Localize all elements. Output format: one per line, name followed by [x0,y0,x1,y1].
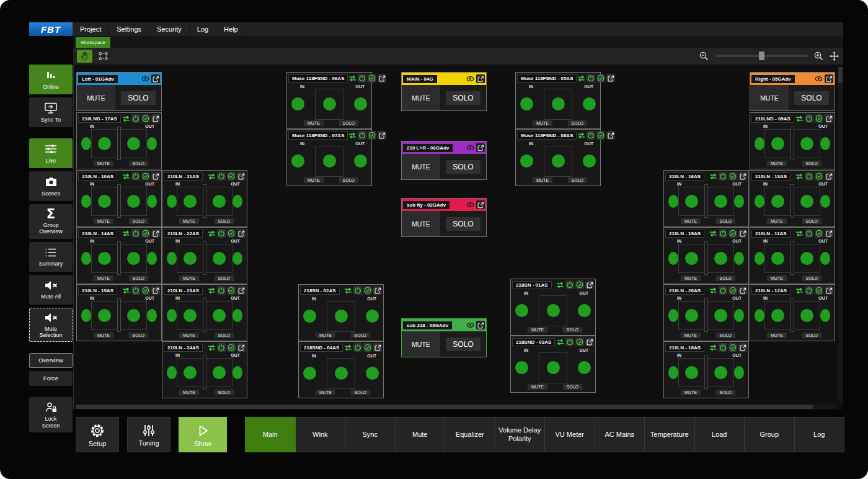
device-panel[interactable]: 210LN - 22AS IN OUT MUTE SOLO [162,227,247,284]
open-panel-icon[interactable] [585,280,594,289]
pan-move-icon[interactable] [829,51,839,61]
zoom-slider-thumb[interactable] [759,51,764,60]
device-panel[interactable]: 210LN - 20AS IN OUT MUTE SOLO [663,284,749,341]
status-ok-icon[interactable] [227,172,236,181]
mute-button[interactable]: MUTE [93,332,114,339]
mute-button[interactable]: MUTE [93,275,114,282]
open-panel-icon[interactable] [606,74,615,83]
sync-arrows-icon[interactable] [122,286,130,295]
mute-button[interactable]: MUTE [766,160,787,167]
open-panel-icon[interactable] [606,131,615,140]
sync-arrows-icon[interactable] [122,172,130,181]
sync-arrows-icon[interactable] [343,286,352,295]
solo-button[interactable]: SOLO [715,332,736,339]
sync-arrows-icon[interactable] [795,172,804,181]
device-panel[interactable]: 210LN - 24AS IN OUT MUTE SOLO [162,341,247,398]
sync-arrows-icon[interactable] [556,280,564,289]
device-panel[interactable]: 210LN - 21AS IN OUT MUTE SOLO [162,170,247,227]
solo-button[interactable]: SOLO [214,218,234,225]
menu-log[interactable]: Log [190,22,216,36]
group-panel[interactable]: sub 218 - 03GAdv MUTE SOLO [401,318,487,357]
solo-button[interactable]: SOLO [715,218,736,225]
group-panel[interactable]: 210 L+R - 06GAdv MUTE SOLO [401,141,487,180]
menu-settings[interactable]: Settings [109,22,149,36]
power-icon[interactable] [587,74,595,83]
solo-button[interactable]: SOLO [128,275,149,282]
solo-button[interactable]: SOLO [567,120,588,127]
open-panel-icon[interactable] [237,229,246,238]
tab-sync[interactable]: Sync [345,417,396,452]
zoom-in-icon[interactable] [813,51,824,61]
menu-project[interactable]: Project [73,22,109,36]
device-panel[interactable]: 210LND - 17AS IN OUT MUTE SOLO [76,112,162,169]
solo-button[interactable]: SOLO [128,332,149,339]
mute-button[interactable]: MUTE [303,177,324,184]
solo-button[interactable]: SOLO [446,91,480,105]
sync-arrows-icon[interactable] [207,286,216,295]
solo-button[interactable]: SOLO [446,338,480,351]
open-panel-icon[interactable] [378,74,386,83]
mute-button[interactable]: MUTE [766,332,787,339]
power-icon[interactable] [805,172,813,181]
mute-button[interactable]: MUTE [532,177,553,184]
sync-arrows-icon[interactable] [795,286,804,295]
group-panel[interactable]: Right - 05GAdv MUTE SOLO [750,72,835,111]
device-panel[interactable]: 210LN - 19AS IN OUT MUTE SOLO [663,227,749,284]
device-panel[interactable]: Muse 118FSND - 05AS IN OUT MUTE SOLO [515,72,601,129]
power-icon[interactable] [719,229,727,238]
solo-button[interactable]: SOLO [128,160,149,167]
solo-button[interactable]: SOLO [715,275,736,282]
sync-arrows-icon[interactable] [556,338,564,346]
mute-button[interactable]: MUTE [766,218,787,225]
tab-volume-delay-polarity[interactable]: Volume Delay Polarity [495,417,546,452]
sidebar-item-mute-selection[interactable]: MuteSelection [29,308,73,342]
mute-button[interactable]: MUTE [93,218,114,225]
device-panel[interactable]: Muse 118FSND - 08AS IN OUT MUTE SOLO [515,129,601,186]
solo-button[interactable]: SOLO [446,160,480,174]
mute-button[interactable]: MUTE [402,331,440,357]
solo-button[interactable]: SOLO [562,383,583,390]
mute-button[interactable]: MUTE [315,389,336,396]
device-panel[interactable]: 210LN - 14AS IN OUT MUTE SOLO [76,227,162,284]
status-ok-icon[interactable] [815,114,823,123]
power-icon[interactable] [217,229,226,238]
open-panel-icon[interactable] [237,286,246,295]
power-icon[interactable] [358,74,366,83]
status-ok-icon[interactable] [815,172,823,181]
open-panel-icon[interactable] [825,286,833,295]
open-panel-icon[interactable] [476,143,485,152]
device-panel[interactable]: 218SN - 02AS IN OUT MUTE SOLO [298,284,384,341]
pan-hand-tool[interactable] [77,50,92,63]
mute-button[interactable]: MUTE [766,275,787,282]
status-ok-icon[interactable] [227,343,236,352]
sidebar-item-force[interactable]: Force [29,371,73,386]
solo-button[interactable]: SOLO [121,91,155,105]
mute-button[interactable]: MUTE [93,160,114,167]
solo-button[interactable]: SOLO [715,389,736,396]
sync-arrows-icon[interactable] [207,229,216,238]
open-panel-icon[interactable] [151,229,160,238]
status-ok-icon[interactable] [815,229,823,238]
sync-arrows-icon[interactable] [577,74,585,83]
open-panel-icon[interactable] [738,343,747,352]
status-ok-icon[interactable] [141,114,150,123]
tab-main[interactable]: Main [245,417,296,452]
solo-button[interactable]: SOLO [214,275,234,282]
status-ok-icon[interactable] [368,74,376,83]
sidebar-item-lock-screen[interactable]: LockScreen [29,397,73,432]
mute-button[interactable]: MUTE [77,85,115,110]
show-button[interactable]: Show [179,417,227,452]
status-ok-icon[interactable] [227,229,236,238]
status-ok-icon[interactable] [728,343,737,352]
status-ok-icon[interactable] [227,286,236,295]
tab-vu-meter[interactable]: VU Meter [545,417,595,452]
open-panel-icon[interactable] [825,229,833,238]
eye-icon[interactable] [466,145,474,151]
device-panel[interactable]: Muse 118FSND - 06AS IN OUT MUTE SOLO [286,72,372,129]
open-panel-icon[interactable] [738,172,747,181]
sync-arrows-icon[interactable] [348,131,356,140]
sidebar-item-online[interactable]: Online [29,65,73,94]
tab-load[interactable]: Load [695,417,745,452]
solo-button[interactable]: SOLO [802,275,822,282]
open-panel-icon[interactable] [237,343,246,352]
